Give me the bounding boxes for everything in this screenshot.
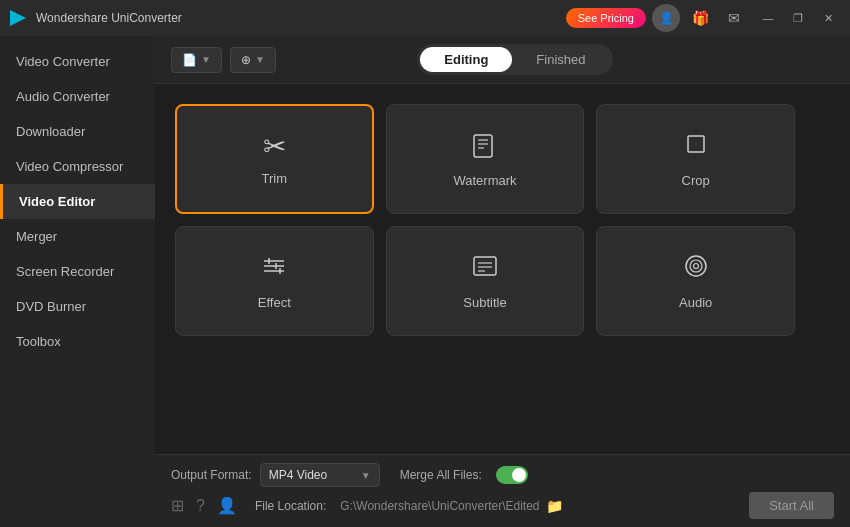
sidebar-item-merger[interactable]: Merger [0, 219, 155, 254]
toggle-knob [512, 468, 526, 482]
sidebar-item-video-editor[interactable]: Video Editor [0, 184, 155, 219]
effect-label: Effect [258, 295, 291, 310]
browse-folder-icon[interactable]: 📁 [546, 498, 563, 514]
format-value: MP4 Video [269, 468, 327, 482]
user-avatar-icon[interactable]: 👤 [652, 4, 680, 32]
output-format-label: Output Format: [171, 468, 252, 482]
tool-card-audio[interactable]: Audio [596, 226, 795, 336]
format-chevron: ▼ [361, 470, 371, 481]
sidebar-item-downloader[interactable]: Downloader [0, 114, 155, 149]
sidebar-item-video-compressor[interactable]: Video Compressor [0, 149, 155, 184]
tool-card-watermark[interactable]: Watermark [386, 104, 585, 214]
qr-chevron: ▼ [255, 54, 265, 65]
crop-label: Crop [682, 173, 710, 188]
sidebar-item-audio-converter[interactable]: Audio Converter [0, 79, 155, 114]
svg-rect-1 [474, 135, 492, 157]
start-all-button[interactable]: Start All [749, 492, 834, 519]
gift-icon[interactable]: 🎁 [686, 4, 714, 32]
sidebar: Video Converter Audio Converter Download… [0, 36, 155, 527]
minimize-button[interactable]: — [754, 4, 782, 32]
sidebar-item-screen-recorder[interactable]: Screen Recorder [0, 254, 155, 289]
svg-rect-12 [474, 257, 496, 275]
tool-card-crop[interactable]: Crop [596, 104, 795, 214]
titlebar: Wondershare UniConverter See Pricing 👤 🎁… [0, 0, 850, 36]
effect-icon [260, 252, 288, 285]
bottom-nav: ⊞ ? 👤 [171, 496, 237, 515]
trim-label: Trim [262, 171, 288, 186]
app-logo-icon [8, 8, 28, 28]
close-button[interactable]: ✕ [814, 4, 842, 32]
trim-icon: ✂ [263, 133, 286, 161]
tool-card-subtitle[interactable]: Subtitle [386, 226, 585, 336]
editor-content: ✂ Trim Watermark [155, 84, 850, 454]
file-path: G:\Wondershare\UniConverter\Edited [340, 499, 539, 513]
see-pricing-button[interactable]: See Pricing [566, 8, 646, 28]
svg-point-16 [686, 256, 706, 276]
document-icon: 📄 [182, 53, 197, 67]
grid-icon[interactable]: ⊞ [171, 496, 184, 515]
mail-icon[interactable]: ✉ [720, 4, 748, 32]
toolbar-left: 📄 ▼ ⊕ ▼ [171, 47, 276, 73]
svg-point-18 [693, 264, 698, 269]
watermark-label: Watermark [453, 173, 516, 188]
subtitle-label: Subtitle [463, 295, 506, 310]
svg-marker-0 [10, 10, 26, 26]
bottom-row-location: ⊞ ? 👤 File Location: G:\Wondershare\UniC… [171, 492, 834, 519]
tab-editing[interactable]: Editing [420, 47, 512, 72]
subtitle-icon [471, 252, 499, 285]
add-file-chevron: ▼ [201, 54, 211, 65]
watermark-icon [471, 131, 499, 163]
add-file-button[interactable]: 📄 ▼ [171, 47, 222, 73]
svg-rect-5 [688, 136, 704, 152]
titlebar-right: See Pricing 👤 🎁 ✉ — ❐ ✕ [566, 4, 842, 32]
audio-label: Audio [679, 295, 712, 310]
help-icon[interactable]: ? [196, 497, 205, 515]
bottom-row-format: Output Format: MP4 Video ▼ Merge All Fil… [171, 463, 834, 487]
window-controls: — ❐ ✕ [754, 4, 842, 32]
tab-finished[interactable]: Finished [512, 47, 609, 72]
sidebar-item-video-converter[interactable]: Video Converter [0, 44, 155, 79]
add-qr-button[interactable]: ⊕ ▼ [230, 47, 276, 73]
svg-point-17 [690, 260, 702, 272]
merge-toggle[interactable] [496, 466, 528, 484]
tool-card-trim[interactable]: ✂ Trim [175, 104, 374, 214]
top-toolbar: 📄 ▼ ⊕ ▼ Editing Finished [155, 36, 850, 84]
maximize-button[interactable]: ❐ [784, 4, 812, 32]
qr-icon: ⊕ [241, 53, 251, 67]
bottom-bar: Output Format: MP4 Video ▼ Merge All Fil… [155, 454, 850, 527]
crop-icon [682, 130, 710, 163]
file-location-label: File Location: [255, 499, 326, 513]
app-title: Wondershare UniConverter [36, 11, 182, 25]
sidebar-item-toolbox[interactable]: Toolbox [0, 324, 155, 359]
profile-icon[interactable]: 👤 [217, 496, 237, 515]
sidebar-item-dvd-burner[interactable]: DVD Burner [0, 289, 155, 324]
file-location-row: ⊞ ? 👤 File Location: G:\Wondershare\UniC… [171, 496, 563, 515]
main-layout: Video Converter Audio Converter Download… [0, 36, 850, 527]
tab-group: Editing Finished [417, 44, 612, 75]
content-area: 📄 ▼ ⊕ ▼ Editing Finished ✂ Trim [155, 36, 850, 527]
audio-icon [682, 252, 710, 285]
titlebar-left: Wondershare UniConverter [8, 8, 182, 28]
merge-label: Merge All Files: [400, 468, 482, 482]
format-select[interactable]: MP4 Video ▼ [260, 463, 380, 487]
tool-card-effect[interactable]: Effect [175, 226, 374, 336]
tools-grid: ✂ Trim Watermark [175, 104, 795, 336]
